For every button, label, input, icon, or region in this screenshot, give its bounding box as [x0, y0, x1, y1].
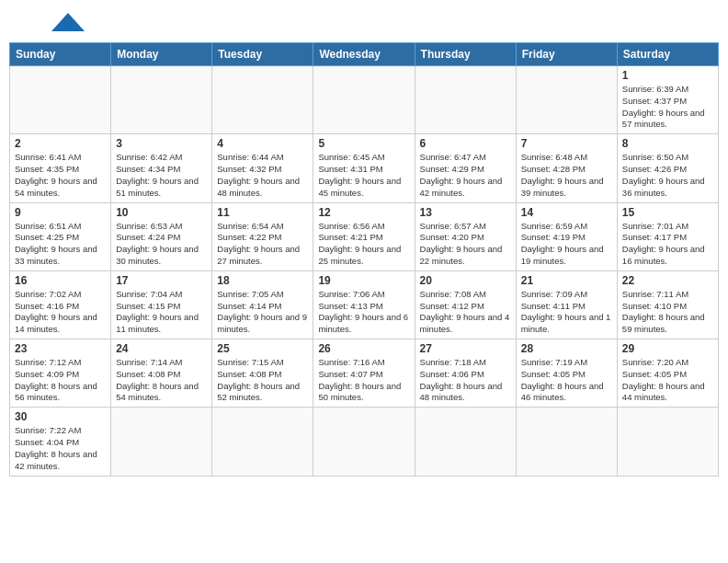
day-info: Sunrise: 7:22 AM Sunset: 4:04 PM Dayligh…	[15, 425, 106, 472]
day-number: 5	[318, 137, 409, 150]
calendar-day-cell: 19Sunrise: 7:06 AM Sunset: 4:13 PM Dayli…	[313, 270, 415, 339]
calendar-day-cell: 1Sunrise: 6:39 AM Sunset: 4:37 PM Daylig…	[617, 66, 718, 134]
day-info: Sunrise: 7:20 AM Sunset: 4:05 PM Dayligh…	[622, 357, 713, 404]
calendar-day-cell	[212, 408, 313, 476]
calendar-day-cell: 20Sunrise: 7:08 AM Sunset: 4:12 PM Dayli…	[415, 270, 516, 339]
day-info: Sunrise: 7:12 AM Sunset: 4:09 PM Dayligh…	[15, 357, 106, 404]
calendar-day-cell: 10Sunrise: 6:53 AM Sunset: 4:24 PM Dayli…	[111, 202, 212, 270]
calendar-day-cell	[212, 66, 313, 134]
calendar-day-cell: 15Sunrise: 7:01 AM Sunset: 4:17 PM Dayli…	[617, 202, 718, 270]
day-number: 11	[217, 206, 308, 219]
logo-icon	[51, 13, 85, 31]
day-info: Sunrise: 7:05 AM Sunset: 4:14 PM Dayligh…	[217, 289, 308, 336]
calendar-day-cell	[111, 66, 212, 134]
day-info: Sunrise: 6:53 AM Sunset: 4:24 PM Dayligh…	[116, 221, 207, 268]
day-number: 13	[420, 206, 511, 219]
calendar-day-cell: 21Sunrise: 7:09 AM Sunset: 4:11 PM Dayli…	[516, 270, 617, 339]
weekday-header-friday: Friday	[516, 43, 617, 66]
day-number: 30	[15, 410, 106, 423]
day-number: 15	[622, 206, 713, 219]
day-number: 20	[420, 274, 511, 287]
day-number: 4	[217, 137, 308, 150]
day-number: 16	[15, 274, 106, 287]
day-info: Sunrise: 7:16 AM Sunset: 4:07 PM Dayligh…	[318, 357, 409, 404]
weekday-header-wednesday: Wednesday	[313, 43, 415, 66]
calendar-day-cell: 30Sunrise: 7:22 AM Sunset: 4:04 PM Dayli…	[10, 408, 111, 476]
calendar-week-row: 1Sunrise: 6:39 AM Sunset: 4:37 PM Daylig…	[10, 66, 719, 134]
calendar-day-cell: 29Sunrise: 7:20 AM Sunset: 4:05 PM Dayli…	[617, 339, 718, 408]
day-number: 1	[622, 69, 713, 82]
calendar-day-cell	[415, 408, 516, 476]
calendar-day-cell: 6Sunrise: 6:47 AM Sunset: 4:29 PM Daylig…	[415, 134, 516, 202]
day-number: 22	[622, 274, 713, 287]
day-number: 9	[15, 206, 106, 219]
weekday-header-thursday: Thursday	[415, 43, 516, 66]
day-number: 23	[15, 342, 106, 355]
day-info: Sunrise: 7:08 AM Sunset: 4:12 PM Dayligh…	[420, 289, 511, 336]
day-number: 14	[521, 206, 612, 219]
calendar-day-cell	[617, 408, 718, 476]
calendar-day-cell: 26Sunrise: 7:16 AM Sunset: 4:07 PM Dayli…	[313, 339, 415, 408]
calendar-day-cell: 24Sunrise: 7:14 AM Sunset: 4:08 PM Dayli…	[111, 339, 212, 408]
calendar-day-cell: 3Sunrise: 6:42 AM Sunset: 4:34 PM Daylig…	[111, 134, 212, 202]
day-info: Sunrise: 6:39 AM Sunset: 4:37 PM Dayligh…	[622, 84, 713, 131]
day-number: 24	[116, 342, 207, 355]
calendar-table: SundayMondayTuesdayWednesdayThursdayFrid…	[9, 42, 719, 477]
day-info: Sunrise: 6:54 AM Sunset: 4:22 PM Dayligh…	[217, 221, 308, 268]
day-info: Sunrise: 7:14 AM Sunset: 4:08 PM Dayligh…	[116, 357, 207, 404]
day-number: 26	[318, 342, 409, 355]
calendar-day-cell: 14Sunrise: 6:59 AM Sunset: 4:19 PM Dayli…	[516, 202, 617, 270]
calendar-day-cell	[516, 408, 617, 476]
day-number: 2	[15, 137, 106, 150]
day-info: Sunrise: 7:01 AM Sunset: 4:17 PM Dayligh…	[622, 221, 713, 268]
svg-rect-1	[63, 20, 74, 31]
page-header	[9, 9, 719, 37]
calendar-day-cell	[313, 408, 415, 476]
calendar-day-cell	[313, 66, 415, 134]
day-number: 28	[521, 342, 612, 355]
calendar-day-cell	[111, 408, 212, 476]
day-info: Sunrise: 7:02 AM Sunset: 4:16 PM Dayligh…	[15, 289, 106, 336]
day-info: Sunrise: 7:04 AM Sunset: 4:15 PM Dayligh…	[116, 289, 207, 336]
day-number: 12	[318, 206, 409, 219]
day-info: Sunrise: 6:44 AM Sunset: 4:32 PM Dayligh…	[217, 152, 308, 199]
day-info: Sunrise: 6:59 AM Sunset: 4:19 PM Dayligh…	[521, 221, 612, 268]
day-info: Sunrise: 6:50 AM Sunset: 4:26 PM Dayligh…	[622, 152, 713, 199]
day-info: Sunrise: 7:19 AM Sunset: 4:05 PM Dayligh…	[521, 357, 612, 404]
calendar-day-cell: 11Sunrise: 6:54 AM Sunset: 4:22 PM Dayli…	[212, 202, 313, 270]
calendar-day-cell	[415, 66, 516, 134]
calendar-day-cell: 4Sunrise: 6:44 AM Sunset: 4:32 PM Daylig…	[212, 134, 313, 202]
day-info: Sunrise: 7:15 AM Sunset: 4:08 PM Dayligh…	[217, 357, 308, 404]
day-number: 17	[116, 274, 207, 287]
day-info: Sunrise: 6:51 AM Sunset: 4:25 PM Dayligh…	[15, 221, 106, 268]
day-info: Sunrise: 7:18 AM Sunset: 4:06 PM Dayligh…	[420, 357, 511, 404]
day-info: Sunrise: 6:42 AM Sunset: 4:34 PM Dayligh…	[116, 152, 207, 199]
calendar-day-cell: 27Sunrise: 7:18 AM Sunset: 4:06 PM Dayli…	[415, 339, 516, 408]
day-number: 3	[116, 137, 207, 150]
calendar-day-cell: 16Sunrise: 7:02 AM Sunset: 4:16 PM Dayli…	[10, 270, 111, 339]
day-number: 7	[521, 137, 612, 150]
day-number: 29	[622, 342, 713, 355]
day-number: 18	[217, 274, 308, 287]
calendar-week-row: 16Sunrise: 7:02 AM Sunset: 4:16 PM Dayli…	[10, 270, 719, 339]
day-number: 19	[318, 274, 409, 287]
calendar-day-cell: 17Sunrise: 7:04 AM Sunset: 4:15 PM Dayli…	[111, 270, 212, 339]
calendar-day-cell: 2Sunrise: 6:41 AM Sunset: 4:35 PM Daylig…	[10, 134, 111, 202]
day-info: Sunrise: 7:09 AM Sunset: 4:11 PM Dayligh…	[521, 289, 612, 336]
calendar-day-cell: 8Sunrise: 6:50 AM Sunset: 4:26 PM Daylig…	[617, 134, 718, 202]
day-number: 25	[217, 342, 308, 355]
day-info: Sunrise: 7:11 AM Sunset: 4:10 PM Dayligh…	[622, 289, 713, 336]
weekday-header-tuesday: Tuesday	[212, 43, 313, 66]
day-number: 10	[116, 206, 207, 219]
weekday-header-row: SundayMondayTuesdayWednesdayThursdayFrid…	[10, 43, 719, 66]
weekday-header-saturday: Saturday	[617, 43, 718, 66]
calendar-day-cell	[516, 66, 617, 134]
calendar-day-cell: 12Sunrise: 6:56 AM Sunset: 4:21 PM Dayli…	[313, 202, 415, 270]
day-info: Sunrise: 6:45 AM Sunset: 4:31 PM Dayligh…	[318, 152, 409, 199]
calendar-day-cell: 9Sunrise: 6:51 AM Sunset: 4:25 PM Daylig…	[10, 202, 111, 270]
calendar-day-cell: 18Sunrise: 7:05 AM Sunset: 4:14 PM Dayli…	[212, 270, 313, 339]
calendar-day-cell: 23Sunrise: 7:12 AM Sunset: 4:09 PM Dayli…	[10, 339, 111, 408]
day-number: 27	[420, 342, 511, 355]
calendar-day-cell: 22Sunrise: 7:11 AM Sunset: 4:10 PM Dayli…	[617, 270, 718, 339]
calendar-week-row: 23Sunrise: 7:12 AM Sunset: 4:09 PM Dayli…	[10, 339, 719, 408]
